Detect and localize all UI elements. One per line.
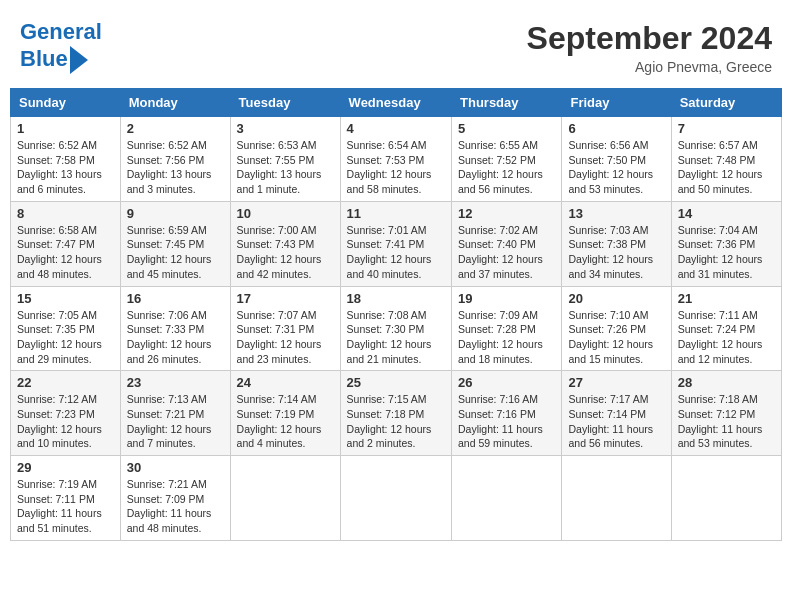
- calendar-header-row: SundayMondayTuesdayWednesdayThursdayFrid…: [11, 89, 782, 117]
- day-number: 27: [568, 375, 664, 390]
- location-subtitle: Agio Pnevma, Greece: [527, 59, 772, 75]
- calendar-cell: 5Sunrise: 6:55 AM Sunset: 7:52 PM Daylig…: [452, 117, 562, 202]
- calendar-cell: [230, 456, 340, 541]
- day-info: Sunrise: 7:11 AM Sunset: 7:24 PM Dayligh…: [678, 308, 775, 367]
- day-info: Sunrise: 7:10 AM Sunset: 7:26 PM Dayligh…: [568, 308, 664, 367]
- month-title: September 2024: [527, 20, 772, 57]
- calendar-cell: 17Sunrise: 7:07 AM Sunset: 7:31 PM Dayli…: [230, 286, 340, 371]
- calendar-cell: 10Sunrise: 7:00 AM Sunset: 7:43 PM Dayli…: [230, 201, 340, 286]
- day-number: 4: [347, 121, 445, 136]
- calendar-week-row: 1Sunrise: 6:52 AM Sunset: 7:58 PM Daylig…: [11, 117, 782, 202]
- day-info: Sunrise: 7:12 AM Sunset: 7:23 PM Dayligh…: [17, 392, 114, 451]
- calendar-cell: [340, 456, 451, 541]
- day-info: Sunrise: 7:06 AM Sunset: 7:33 PM Dayligh…: [127, 308, 224, 367]
- day-number: 16: [127, 291, 224, 306]
- calendar-cell: 26Sunrise: 7:16 AM Sunset: 7:16 PM Dayli…: [452, 371, 562, 456]
- title-area: September 2024 Agio Pnevma, Greece: [527, 20, 772, 75]
- day-number: 25: [347, 375, 445, 390]
- calendar-cell: 16Sunrise: 7:06 AM Sunset: 7:33 PM Dayli…: [120, 286, 230, 371]
- calendar-cell: 7Sunrise: 6:57 AM Sunset: 7:48 PM Daylig…: [671, 117, 781, 202]
- calendar-cell: 20Sunrise: 7:10 AM Sunset: 7:26 PM Dayli…: [562, 286, 671, 371]
- calendar-cell: 9Sunrise: 6:59 AM Sunset: 7:45 PM Daylig…: [120, 201, 230, 286]
- calendar-cell: 18Sunrise: 7:08 AM Sunset: 7:30 PM Dayli…: [340, 286, 451, 371]
- day-info: Sunrise: 7:17 AM Sunset: 7:14 PM Dayligh…: [568, 392, 664, 451]
- day-info: Sunrise: 7:02 AM Sunset: 7:40 PM Dayligh…: [458, 223, 555, 282]
- day-number: 26: [458, 375, 555, 390]
- calendar-cell: 8Sunrise: 6:58 AM Sunset: 7:47 PM Daylig…: [11, 201, 121, 286]
- calendar-cell: 28Sunrise: 7:18 AM Sunset: 7:12 PM Dayli…: [671, 371, 781, 456]
- day-number: 1: [17, 121, 114, 136]
- day-info: Sunrise: 7:01 AM Sunset: 7:41 PM Dayligh…: [347, 223, 445, 282]
- calendar-cell: 13Sunrise: 7:03 AM Sunset: 7:38 PM Dayli…: [562, 201, 671, 286]
- day-number: 28: [678, 375, 775, 390]
- day-info: Sunrise: 6:55 AM Sunset: 7:52 PM Dayligh…: [458, 138, 555, 197]
- day-info: Sunrise: 6:53 AM Sunset: 7:55 PM Dayligh…: [237, 138, 334, 197]
- column-header-saturday: Saturday: [671, 89, 781, 117]
- day-info: Sunrise: 6:52 AM Sunset: 7:56 PM Dayligh…: [127, 138, 224, 197]
- day-number: 6: [568, 121, 664, 136]
- calendar-cell: 12Sunrise: 7:02 AM Sunset: 7:40 PM Dayli…: [452, 201, 562, 286]
- day-number: 5: [458, 121, 555, 136]
- day-number: 29: [17, 460, 114, 475]
- day-number: 11: [347, 206, 445, 221]
- column-header-friday: Friday: [562, 89, 671, 117]
- day-info: Sunrise: 7:19 AM Sunset: 7:11 PM Dayligh…: [17, 477, 114, 536]
- day-info: Sunrise: 7:21 AM Sunset: 7:09 PM Dayligh…: [127, 477, 224, 536]
- calendar-table: SundayMondayTuesdayWednesdayThursdayFrid…: [10, 88, 782, 541]
- day-info: Sunrise: 6:58 AM Sunset: 7:47 PM Dayligh…: [17, 223, 114, 282]
- calendar-cell: 30Sunrise: 7:21 AM Sunset: 7:09 PM Dayli…: [120, 456, 230, 541]
- calendar-cell: 15Sunrise: 7:05 AM Sunset: 7:35 PM Dayli…: [11, 286, 121, 371]
- day-number: 13: [568, 206, 664, 221]
- calendar-cell: 2Sunrise: 6:52 AM Sunset: 7:56 PM Daylig…: [120, 117, 230, 202]
- calendar-cell: 24Sunrise: 7:14 AM Sunset: 7:19 PM Dayli…: [230, 371, 340, 456]
- calendar-cell: 4Sunrise: 6:54 AM Sunset: 7:53 PM Daylig…: [340, 117, 451, 202]
- day-info: Sunrise: 7:18 AM Sunset: 7:12 PM Dayligh…: [678, 392, 775, 451]
- day-number: 18: [347, 291, 445, 306]
- day-info: Sunrise: 7:04 AM Sunset: 7:36 PM Dayligh…: [678, 223, 775, 282]
- day-info: Sunrise: 7:16 AM Sunset: 7:16 PM Dayligh…: [458, 392, 555, 451]
- calendar-cell: 3Sunrise: 6:53 AM Sunset: 7:55 PM Daylig…: [230, 117, 340, 202]
- logo-arrow-icon: [70, 46, 88, 74]
- column-header-thursday: Thursday: [452, 89, 562, 117]
- day-number: 9: [127, 206, 224, 221]
- day-number: 8: [17, 206, 114, 221]
- page-header: General Blue September 2024 Agio Pnevma,…: [10, 10, 782, 80]
- column-header-monday: Monday: [120, 89, 230, 117]
- day-number: 7: [678, 121, 775, 136]
- calendar-cell: 22Sunrise: 7:12 AM Sunset: 7:23 PM Dayli…: [11, 371, 121, 456]
- logo: General Blue: [20, 20, 102, 74]
- logo-blue: Blue: [20, 47, 68, 71]
- day-number: 22: [17, 375, 114, 390]
- calendar-cell: 14Sunrise: 7:04 AM Sunset: 7:36 PM Dayli…: [671, 201, 781, 286]
- day-number: 20: [568, 291, 664, 306]
- logo-general: General: [20, 19, 102, 44]
- calendar-cell: 29Sunrise: 7:19 AM Sunset: 7:11 PM Dayli…: [11, 456, 121, 541]
- calendar-cell: [671, 456, 781, 541]
- calendar-cell: 23Sunrise: 7:13 AM Sunset: 7:21 PM Dayli…: [120, 371, 230, 456]
- day-number: 19: [458, 291, 555, 306]
- day-info: Sunrise: 6:56 AM Sunset: 7:50 PM Dayligh…: [568, 138, 664, 197]
- day-number: 12: [458, 206, 555, 221]
- calendar-cell: 19Sunrise: 7:09 AM Sunset: 7:28 PM Dayli…: [452, 286, 562, 371]
- day-info: Sunrise: 6:54 AM Sunset: 7:53 PM Dayligh…: [347, 138, 445, 197]
- calendar-week-row: 22Sunrise: 7:12 AM Sunset: 7:23 PM Dayli…: [11, 371, 782, 456]
- calendar-cell: 27Sunrise: 7:17 AM Sunset: 7:14 PM Dayli…: [562, 371, 671, 456]
- day-info: Sunrise: 7:13 AM Sunset: 7:21 PM Dayligh…: [127, 392, 224, 451]
- column-header-sunday: Sunday: [11, 89, 121, 117]
- calendar-week-row: 8Sunrise: 6:58 AM Sunset: 7:47 PM Daylig…: [11, 201, 782, 286]
- calendar-cell: 11Sunrise: 7:01 AM Sunset: 7:41 PM Dayli…: [340, 201, 451, 286]
- column-header-tuesday: Tuesday: [230, 89, 340, 117]
- calendar-cell: 25Sunrise: 7:15 AM Sunset: 7:18 PM Dayli…: [340, 371, 451, 456]
- day-info: Sunrise: 7:03 AM Sunset: 7:38 PM Dayligh…: [568, 223, 664, 282]
- column-header-wednesday: Wednesday: [340, 89, 451, 117]
- day-number: 23: [127, 375, 224, 390]
- day-number: 21: [678, 291, 775, 306]
- day-number: 17: [237, 291, 334, 306]
- day-number: 24: [237, 375, 334, 390]
- calendar-week-row: 29Sunrise: 7:19 AM Sunset: 7:11 PM Dayli…: [11, 456, 782, 541]
- day-number: 2: [127, 121, 224, 136]
- day-info: Sunrise: 6:52 AM Sunset: 7:58 PM Dayligh…: [17, 138, 114, 197]
- calendar-cell: [452, 456, 562, 541]
- day-number: 15: [17, 291, 114, 306]
- day-info: Sunrise: 7:14 AM Sunset: 7:19 PM Dayligh…: [237, 392, 334, 451]
